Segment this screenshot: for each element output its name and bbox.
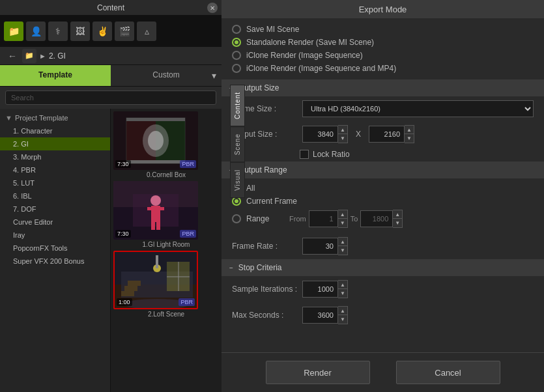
to-spinner-box: ▲ ▼ <box>360 210 403 228</box>
tree-item-lut[interactable]: 5. LUT <box>0 176 110 189</box>
loft-label: 2.Loft Scene <box>113 311 219 318</box>
range-from-to: From ▲ ▼ To ▲ ▼ <box>289 210 403 228</box>
max-down[interactable]: ▼ <box>338 315 347 324</box>
height-up-arrow[interactable]: ▲ <box>405 126 414 134</box>
radio-save-mi[interactable]: Save MI Scene <box>232 25 534 34</box>
thumbnail-cornell[interactable]: 7:30 PBR 0.Cornell Box <box>113 111 219 178</box>
to-label: To <box>351 215 358 223</box>
figure-icon[interactable]: ⚕ <box>48 21 68 41</box>
left-panel: Content ✕ 📁 👤 ⚕ 🖼 ✌ 🎬 ▵ ← 📁 ► 2. GI Temp… <box>0 0 222 392</box>
from-up[interactable]: ▲ <box>338 210 347 219</box>
thumbnail-loft[interactable]: 1:00 PBR 2.Loft Scene <box>113 251 219 318</box>
tree-item-gi[interactable]: 2. GI <box>0 137 110 150</box>
tree-item-pbr[interactable]: 4. PBR <box>0 163 110 176</box>
back-button[interactable]: ← <box>5 49 20 63</box>
tree-item-ibl[interactable]: 6. IBL <box>0 189 110 203</box>
vtab-content[interactable]: Content <box>230 85 245 126</box>
sample-down[interactable]: ▼ <box>338 289 347 298</box>
radio-iclone-img-label: iClone Render (Image Sequence) <box>246 51 363 60</box>
width-up-arrow[interactable]: ▲ <box>338 126 347 134</box>
tab-custom[interactable]: Custom <box>111 65 222 86</box>
tree-item-iray[interactable]: Iray <box>0 229 110 242</box>
from-down[interactable]: ▼ <box>338 219 347 227</box>
max-seconds-input[interactable] <box>302 307 338 324</box>
render-button[interactable]: Render <box>266 361 370 384</box>
radio-iclone-img[interactable]: iClone Render (Image Sequence) <box>232 51 534 60</box>
radio-range-label: Range <box>246 214 269 223</box>
width-input[interactable] <box>302 126 338 143</box>
tree-item-vfx[interactable]: Super VFX 200 Bonus <box>0 255 110 268</box>
tree-item-popcorn[interactable]: PopcornFX Tools <box>0 242 110 255</box>
thumbnail-loft-image: 1:00 PBR <box>113 251 198 309</box>
radio-all[interactable]: All <box>232 184 534 193</box>
tree-root[interactable]: ▼Project Template <box>0 111 110 124</box>
tab-dropdown-icon[interactable]: ▾ <box>212 70 216 81</box>
media-icon[interactable]: 🎬 <box>115 21 134 41</box>
person-icon[interactable]: 👤 <box>26 21 46 41</box>
cancel-button[interactable]: Cancel <box>396 361 500 384</box>
radio-range[interactable]: Range <box>232 214 284 223</box>
folder-icon[interactable]: 📁 <box>4 21 23 41</box>
vtab-scene[interactable]: Scene <box>230 126 245 162</box>
radio-standalone-circle <box>232 38 241 47</box>
frame-rate-down[interactable]: ▼ <box>338 246 347 255</box>
svg-rect-15 <box>151 222 155 230</box>
export-header: Export Mode <box>222 0 544 18</box>
to-down[interactable]: ▼ <box>393 219 402 227</box>
frame-rate-row: Frame Rate : ▲ ▼ <box>222 233 544 259</box>
vtab-visual[interactable]: Visual <box>230 162 245 198</box>
from-spinner-box: ▲ ▼ <box>309 210 348 228</box>
close-button[interactable]: ✕ <box>207 3 218 13</box>
frame-size-row: Frame Size : Ultra HD (3840x2160) Full H… <box>222 96 544 121</box>
right-panel: Export Mode Save MI Scene Standalone Ren… <box>222 0 544 392</box>
to-up[interactable]: ▲ <box>393 210 402 219</box>
frame-rate-up[interactable]: ▲ <box>338 238 347 246</box>
from-arrows: ▲ ▼ <box>338 210 348 228</box>
sample-up[interactable]: ▲ <box>338 281 347 289</box>
width-down-arrow[interactable]: ▼ <box>338 134 347 143</box>
svg-rect-13 <box>147 207 155 210</box>
height-spinner: ▲ ▼ <box>369 125 414 143</box>
radio-standalone[interactable]: Standalone Render (Save MI Scene) <box>232 38 534 47</box>
search-input[interactable] <box>5 91 216 105</box>
thumbnail-cornell-image: 7:30 PBR <box>113 111 198 170</box>
image-icon[interactable]: 🖼 <box>70 21 90 41</box>
to-input[interactable] <box>360 210 393 227</box>
stop-criteria-header: − Stop Criteria <box>222 259 544 276</box>
output-size-row: Output Size : ▲ ▼ X ▲ ▼ <box>222 121 544 147</box>
from-label: From <box>289 215 306 223</box>
stop-criteria-label: Stop Criteria <box>238 263 282 272</box>
lock-ratio-checkbox[interactable] <box>300 150 309 159</box>
max-up[interactable]: ▲ <box>338 307 347 315</box>
from-input[interactable] <box>309 210 338 227</box>
left-main-panel: Content ✕ 📁 👤 ⚕ 🖼 ✌ 🎬 ▵ ← 📁 ► 2. GI Temp… <box>0 0 222 392</box>
tab-template[interactable]: Template <box>0 65 111 86</box>
radio-range-circle <box>232 214 241 223</box>
breadcrumb: ← 📁 ► 2. GI <box>0 47 222 65</box>
content-title: Content <box>97 3 124 12</box>
sample-iterations-input[interactable] <box>302 281 338 298</box>
height-input[interactable] <box>369 126 405 143</box>
content-header: Content ✕ <box>0 0 222 16</box>
height-down-arrow[interactable]: ▼ <box>405 134 414 143</box>
width-spinner: ▲ ▼ <box>302 125 348 143</box>
folder-small-icon[interactable]: 📁 <box>22 49 36 63</box>
vertical-tabs: Content Scene Visual <box>230 85 245 198</box>
object-icon[interactable]: ▵ <box>137 21 156 41</box>
tree-item-character[interactable]: 1. Character <box>0 124 110 137</box>
giroom-badge: PBR <box>180 230 196 238</box>
breadcrumb-separator: ► <box>39 52 46 60</box>
frame-rate-input[interactable] <box>302 238 338 255</box>
svg-rect-22 <box>128 281 141 286</box>
tree-item-curve[interactable]: Curve Editor <box>0 216 110 229</box>
gesture-icon[interactable]: ✌ <box>93 21 112 41</box>
tree-item-morph[interactable]: 3. Morph <box>0 150 110 163</box>
cornell-badge: PBR <box>180 160 196 168</box>
giroom-time: 7:30 <box>115 230 131 238</box>
stop-criteria-collapse[interactable]: − <box>229 264 233 272</box>
thumbnail-giroom[interactable]: 7:30 PBR 1.GI Light Room <box>113 181 219 248</box>
radio-iclone-mp4[interactable]: iClone Render (Image Sequence and MP4) <box>232 64 534 73</box>
radio-current-frame[interactable]: Current Frame <box>232 197 534 206</box>
tree-item-dof[interactable]: 7. DOF <box>0 203 110 216</box>
frame-size-select[interactable]: Ultra HD (3840x2160) Full HD (1920x1080)… <box>302 100 534 117</box>
